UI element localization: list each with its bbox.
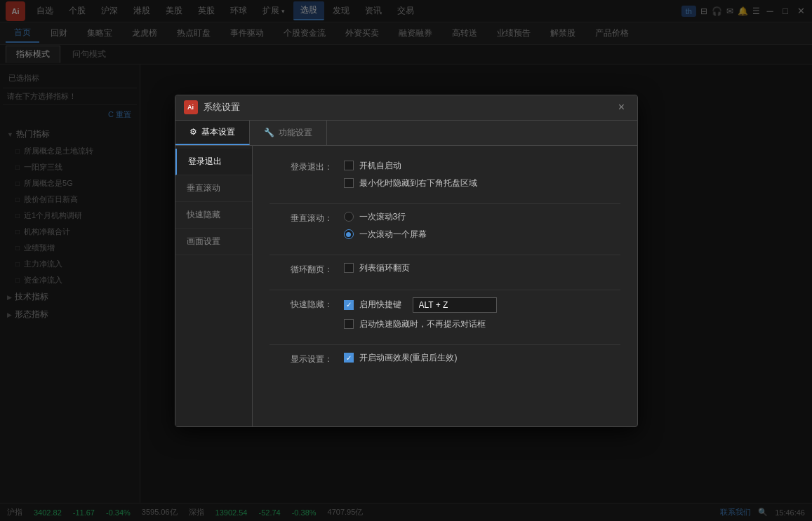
- tab-basic-label: 基本设置: [201, 126, 235, 138]
- minimize-tray-label: 最小化时隐藏到右下角托盘区域: [359, 177, 477, 189]
- sidebar-quickhide[interactable]: 快速隐藏: [175, 202, 252, 229]
- scroll-controls: 一次滚动3行 一次滚动一个屏幕: [344, 211, 620, 241]
- loop-label: 循环翻页：: [269, 262, 333, 276]
- no-prompt-row: 启动快速隐藏时，不再提示对话框: [344, 318, 620, 330]
- login-label: 登录退出：: [269, 160, 333, 173]
- enable-hotkey-checkbox[interactable]: [344, 300, 354, 310]
- dialog-sidebar: 登录退出 垂直滚动 快速隐藏 画面设置: [175, 146, 253, 426]
- divider-3: [269, 290, 620, 290]
- minimize-tray-checkbox[interactable]: [344, 178, 354, 188]
- loop-controls: 列表循环翻页: [344, 262, 620, 274]
- scroll-label: 垂直滚动：: [269, 211, 333, 224]
- display-controls: 开启动画效果(重启后生效): [344, 352, 620, 364]
- enable-hotkey-label: 启用快捷键: [359, 299, 401, 311]
- tab-function-settings[interactable]: 🔧 功能设置: [250, 121, 327, 145]
- dialog-tabs: ⚙ 基本设置 🔧 功能设置: [175, 121, 637, 146]
- display-setting-row: 显示设置： 开启动画效果(重启后生效): [269, 352, 620, 365]
- loop-flip-label: 列表循环翻页: [359, 262, 410, 274]
- sidebar-login[interactable]: 登录退出: [175, 149, 252, 175]
- tab-basic-settings[interactable]: ⚙ 基本设置: [175, 121, 250, 145]
- no-prompt-checkbox[interactable]: [344, 319, 354, 329]
- scroll-setting-row: 垂直滚动： 一次滚动3行 一次滚动一个屏幕: [269, 211, 620, 241]
- login-setting-row: 登录退出： 开机自启动 最小化时隐藏到右下角托盘区域: [269, 160, 620, 189]
- divider-1: [269, 203, 620, 204]
- dialog-title: 系统设置: [204, 101, 615, 114]
- quickhide-label: 快速隐藏：: [269, 297, 333, 311]
- display-label: 显示设置：: [269, 352, 333, 365]
- animation-label: 开启动画效果(重启后生效): [359, 352, 458, 364]
- scroll-screen-label: 一次滚动一个屏幕: [359, 229, 427, 241]
- divider-4: [269, 344, 620, 345]
- quickhide-setting-row: 快速隐藏： 启用快捷键 启动快速隐藏时，不再提示对话框: [269, 297, 620, 330]
- quickhide-controls: 启用快捷键 启动快速隐藏时，不再提示对话框: [344, 297, 620, 330]
- login-controls: 开机自启动 最小化时隐藏到右下角托盘区域: [344, 160, 620, 189]
- hotkey-input[interactable]: [413, 297, 497, 313]
- loop-flip-checkbox[interactable]: [344, 263, 354, 273]
- animation-checkbox[interactable]: [344, 353, 354, 363]
- dialog-content: 登录退出： 开机自启动 最小化时隐藏到右下角托盘区域: [253, 146, 637, 426]
- divider-2: [269, 255, 620, 255]
- autostart-row: 开机自启动: [344, 160, 620, 172]
- gear-icon: ⚙: [189, 127, 197, 137]
- scroll-3lines-label: 一次滚动3行: [359, 211, 406, 223]
- autostart-label: 开机自启动: [359, 160, 401, 172]
- scroll-screen-row: 一次滚动一个屏幕: [344, 229, 620, 241]
- loop-setting-row: 循环翻页： 列表循环翻页: [269, 262, 620, 276]
- wrench-icon: 🔧: [264, 128, 274, 137]
- dialog-close-button[interactable]: ×: [615, 100, 629, 114]
- sidebar-scroll[interactable]: 垂直滚动: [175, 175, 252, 202]
- animation-row: 开启动画效果(重启后生效): [344, 352, 620, 364]
- loop-flip-row: 列表循环翻页: [344, 262, 620, 274]
- scroll-3lines-row: 一次滚动3行: [344, 211, 620, 223]
- scroll-screen-radio[interactable]: [344, 229, 354, 239]
- modal-overlay: Ai 系统设置 × ⚙ 基本设置 🔧 功能设置 登录退出 垂直滚动 快速隐藏 画…: [0, 0, 812, 521]
- no-prompt-label: 启动快速隐藏时，不再提示对话框: [359, 318, 486, 330]
- enable-hotkey-row: 启用快捷键: [344, 297, 620, 313]
- autostart-checkbox[interactable]: [344, 161, 354, 170]
- sidebar-display[interactable]: 画面设置: [175, 229, 252, 255]
- dialog-body: 登录退出 垂直滚动 快速隐藏 画面设置 登录退出： 开机自启动: [175, 146, 637, 426]
- settings-dialog: Ai 系统设置 × ⚙ 基本设置 🔧 功能设置 登录退出 垂直滚动 快速隐藏 画…: [175, 95, 638, 427]
- dialog-header: Ai 系统设置 ×: [175, 95, 637, 121]
- minimize-tray-row: 最小化时隐藏到右下角托盘区域: [344, 177, 620, 189]
- tab-function-label: 功能设置: [279, 127, 312, 139]
- scroll-3lines-radio[interactable]: [344, 212, 354, 222]
- dialog-logo: Ai: [184, 100, 198, 114]
